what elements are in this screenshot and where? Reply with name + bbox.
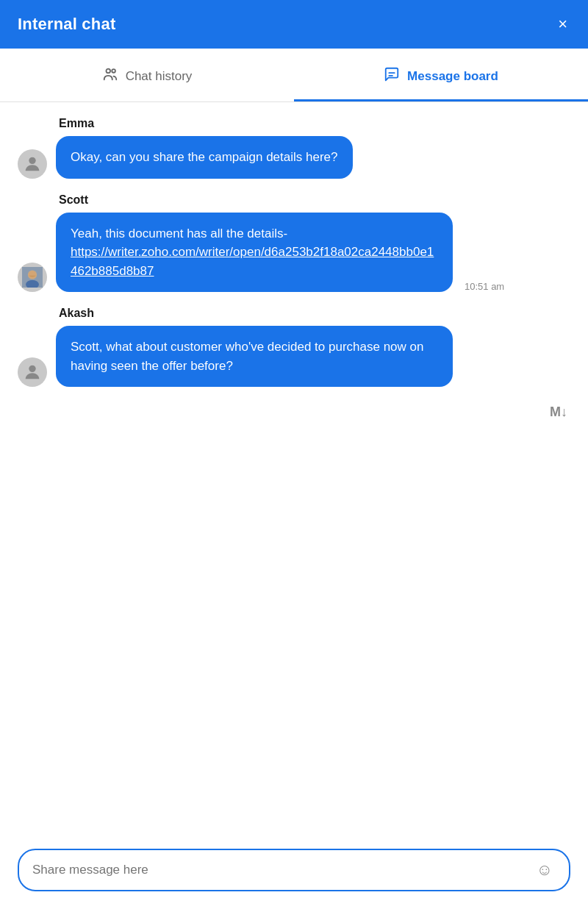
svg-point-8 xyxy=(29,271,36,279)
message-board-icon xyxy=(384,66,400,86)
message-group-scott: Scott Yeah, this document has all the de… xyxy=(18,193,570,293)
avatar-emma xyxy=(18,149,47,179)
svg-point-1 xyxy=(112,69,115,73)
sender-name-emma: Emma xyxy=(18,117,570,130)
message-input[interactable] xyxy=(32,863,534,877)
header: Internal chat × xyxy=(0,0,588,49)
tab-message-board-label: Message board xyxy=(407,69,498,84)
message-row-emma: Okay, can you share the campaign details… xyxy=(18,136,570,179)
svg-point-0 xyxy=(106,69,110,74)
svg-point-9 xyxy=(29,366,35,372)
bubble-akash: Scott, what about customer who've decide… xyxy=(56,326,453,387)
message-group-akash: Akash Scott, what about customer who've … xyxy=(18,307,570,387)
markdown-icon: M↓ xyxy=(550,404,567,420)
emoji-button[interactable]: ☺ xyxy=(534,860,556,880)
tab-message-board[interactable]: Message board xyxy=(294,49,588,101)
message-row-akash: Scott, what about customer who've decide… xyxy=(18,326,570,387)
markdown-indicator: M↓ xyxy=(18,404,570,420)
sender-name-akash: Akash xyxy=(18,307,570,320)
message-time-scott: 10:51 am xyxy=(465,281,504,292)
bubble-scott: Yeah, this document has all the details-… xyxy=(56,213,453,293)
bubble-emma: Okay, can you share the campaign details… xyxy=(56,136,353,179)
tab-chat-history-label: Chat history xyxy=(126,69,193,84)
sender-name-scott: Scott xyxy=(18,193,570,207)
chat-history-icon xyxy=(102,66,118,86)
message-group-emma: Emma Okay, can you share the campaign de… xyxy=(18,117,570,179)
input-wrapper: ☺ xyxy=(18,849,570,891)
message-row-scott: Yeah, this document has all the details-… xyxy=(18,213,570,293)
message-text-emma: Okay, can you share the campaign details… xyxy=(71,150,338,164)
message-link-scott[interactable]: https://writer.zoho.com/writer/open/d6a2… xyxy=(71,245,434,278)
app-title: Internal chat xyxy=(18,15,115,34)
tab-chat-history[interactable]: Chat history xyxy=(0,49,294,101)
message-text-scott-before: Yeah, this document has all the details- xyxy=(71,227,287,240)
close-button[interactable]: × xyxy=(555,13,570,35)
avatar-scott xyxy=(18,263,47,292)
tabs: Chat history Message board xyxy=(0,49,588,102)
avatar-akash xyxy=(18,357,47,387)
input-area: ☺ xyxy=(0,837,588,909)
app-container: Internal chat × Chat history xyxy=(0,0,588,909)
emoji-icon: ☺ xyxy=(537,860,553,879)
message-text-akash: Scott, what about customer who've decide… xyxy=(71,340,423,373)
chat-area: Emma Okay, can you share the campaign de… xyxy=(0,102,588,837)
svg-point-4 xyxy=(29,157,35,163)
